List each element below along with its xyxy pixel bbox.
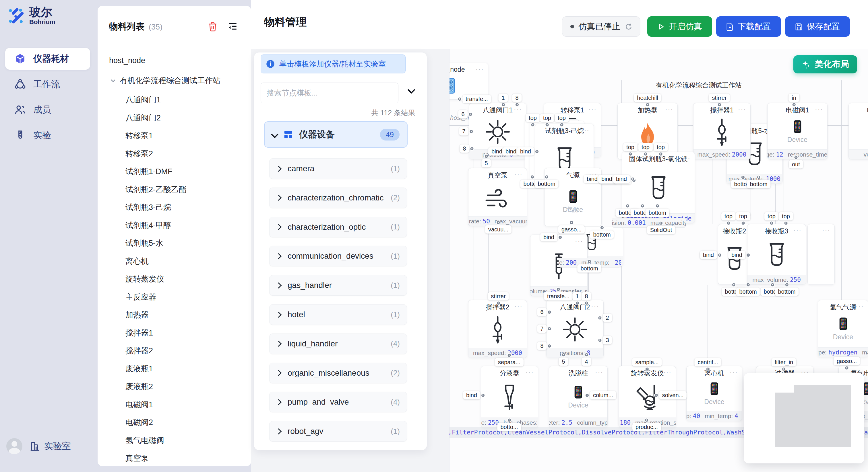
port-connector-icon[interactable] [732,283,736,287]
category-robot_agv[interactable]: robot_agv(1) [269,421,407,442]
port-connector-icon[interactable] [560,123,564,127]
sidebar-item-workflow[interactable]: 工作流 [5,73,90,95]
port-top[interactable]: top [736,212,750,221]
section-instruments[interactable]: 仪器设备 49 [264,121,408,148]
port-connector-icon[interactable] [501,103,505,107]
port-bottom[interactable]: bottom [736,288,760,296]
category-characterization_optic[interactable]: characterization_optic(1) [269,217,407,237]
start-simulation-button[interactable]: 开启仿真 [647,16,712,37]
port-transfe[interactable]: transfe... [462,95,491,103]
port-SolidOut[interactable]: SolidOut [647,226,675,234]
search-input[interactable] [260,82,398,103]
node-menu-icon[interactable]: ··· [665,105,673,113]
port-connector-icon[interactable] [746,253,750,257]
port-connector-icon[interactable] [561,353,566,357]
port-connector-icon[interactable] [645,103,650,107]
node-menu-icon[interactable]: ··· [738,105,746,113]
tree-item[interactable]: 搅拌器2 [98,344,279,357]
tree-item-host[interactable]: host_node [98,54,262,67]
port-connector-icon[interactable] [515,103,519,107]
port-connector-icon[interactable] [600,226,604,230]
tree-item[interactable]: 离心机 [98,255,279,268]
simulation-status-pill[interactable]: 仿真已停止 [562,16,640,37]
port-connector-icon[interactable] [584,301,589,305]
category-hotel[interactable]: hotel(1) [269,304,407,325]
tree-item[interactable]: 加热器 [98,308,279,322]
port-4[interactable]: 4 [582,358,591,366]
port-connector-icon[interactable] [645,367,649,371]
category-communication_devices[interactable]: communication_devices(1) [269,246,407,266]
port-8[interactable]: 8 [460,144,469,153]
port-connector-icon[interactable] [784,221,788,225]
port-bottom[interactable]: bottom [775,288,799,296]
node-host_node[interactable]: host_node ··· [449,63,488,100]
node-搅拌器2[interactable]: 搅拌器2 ··· max_speed: 2000 [468,300,527,358]
port-sample[interactable]: sample... [632,358,662,367]
category-characterization_chromatic[interactable]: characterization_chromatic(2) [269,188,407,208]
port-connector-icon[interactable] [496,301,500,305]
port-bind[interactable]: bind [613,175,630,183]
port-top[interactable]: top [540,114,554,122]
port-7[interactable]: 7 [459,127,468,136]
chevron-down-icon[interactable] [407,89,415,94]
tree-item[interactable]: 废液瓶2 [98,380,279,393]
port-centrif[interactable]: centrif... [694,358,721,367]
node-menu-icon[interactable]: ··· [515,303,523,310]
node-menu-icon[interactable]: ··· [822,227,830,234]
port-connector-icon[interactable] [640,204,645,208]
category-gas_handler[interactable]: gas_handler(1) [269,275,407,296]
port-bind[interactable]: bind [700,251,717,259]
port-connector-icon[interactable] [792,103,796,107]
port-connector-icon[interactable] [545,123,549,127]
port-connector-icon[interactable] [458,97,462,101]
node-menu-icon[interactable]: ··· [738,227,747,234]
tree-item[interactable]: 试剂瓶1-DMF [98,165,279,178]
port-connector-icon[interactable] [770,221,774,225]
tree-item[interactable]: 电磁阀1 [98,398,279,411]
port-5[interactable]: 5 [482,159,491,167]
port-stirrer[interactable]: stirrer [709,94,730,102]
tree-item[interactable]: 真空泵 [98,452,279,465]
node-menu-icon[interactable]: ··· [682,154,691,162]
node-menu-icon[interactable]: ··· [575,237,583,245]
port-connector-icon[interactable] [659,221,663,225]
port-connector-icon[interactable] [770,283,775,287]
port-connector-icon[interactable] [584,353,589,357]
category-pump_and_valve[interactable]: pump_and_valve(4) [269,392,407,412]
sidebar-item-lab[interactable]: 实验室 [29,440,71,452]
port-connector-icon[interactable] [484,154,489,159]
port-botto[interactable]: botto... [497,423,521,431]
port-connector-icon[interactable] [481,393,485,398]
node-接收瓶3[interactable]: 接收瓶3 ··· max_volume: 250 [747,224,806,285]
port-connector-icon[interactable] [545,175,549,179]
port-connector-icon[interactable] [547,344,552,348]
collapse-panel-icon[interactable] [228,22,238,32]
port-5[interactable]: 5 [559,358,568,366]
port-6[interactable]: 6 [458,110,468,119]
port-connector-icon[interactable] [794,156,798,160]
node-menu-icon[interactable]: ··· [591,303,599,310]
port-connector-icon[interactable] [535,149,539,154]
node-menu-icon[interactable]: ··· [514,105,522,113]
tree-item[interactable]: 八通阀门1 [98,93,279,106]
port-8[interactable]: 8 [512,94,522,102]
avatar[interactable] [6,438,22,454]
port-bind[interactable]: bind [540,233,557,241]
node-menu-icon[interactable]: ··· [663,369,672,376]
port-top[interactable]: top [639,143,653,151]
node-搅拌器1[interactable]: 搅拌器1 ··· max_speed: 2000 [693,103,751,160]
node-离心机[interactable]: 离心机 ···Devicemax_temp: 40min_temp: 4max_… [686,366,742,421]
tree-item[interactable]: 主反应器 [98,291,279,304]
port-top[interactable]: top [623,143,638,151]
port-bottom[interactable]: bottom [534,180,558,188]
port-produc[interactable]: produc... [632,423,661,431]
tree-item[interactable]: 试剂瓶4-甲醇 [98,219,279,232]
port-connector-icon[interactable] [644,152,648,156]
port-connector-icon[interactable] [726,221,731,225]
port-bind[interactable]: bind [517,147,534,156]
port-6[interactable]: 6 [537,308,547,316]
port-2[interactable]: 2 [602,314,612,322]
port-gasso[interactable]: gasso... [834,357,860,365]
refresh-icon[interactable] [625,23,632,30]
port-top[interactable]: top [654,143,668,151]
